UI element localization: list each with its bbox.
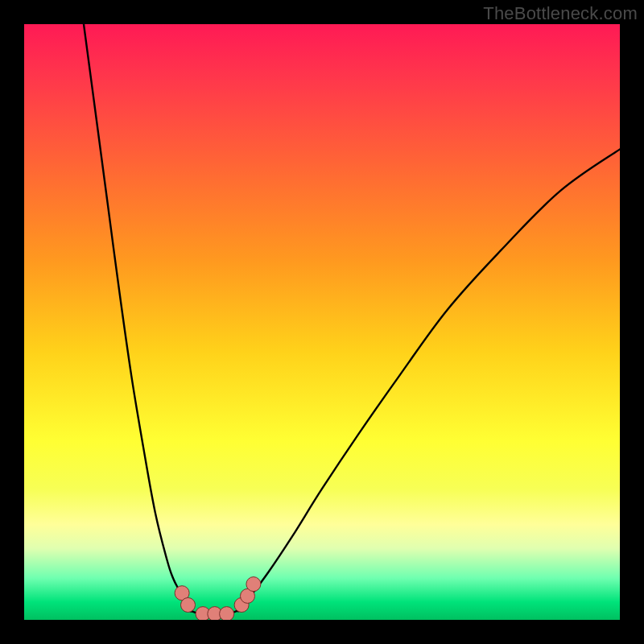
curve-group [84, 24, 620, 616]
data-marker [246, 577, 261, 592]
curve-svg [24, 24, 620, 620]
bottleneck-curve [84, 24, 620, 616]
plot-area [24, 24, 620, 620]
chart-frame: TheBottleneck.com [0, 0, 644, 644]
watermark-text: TheBottleneck.com [483, 3, 638, 24]
data-marker [220, 607, 234, 620]
data-marker [181, 598, 196, 613]
marker-group [175, 577, 261, 620]
